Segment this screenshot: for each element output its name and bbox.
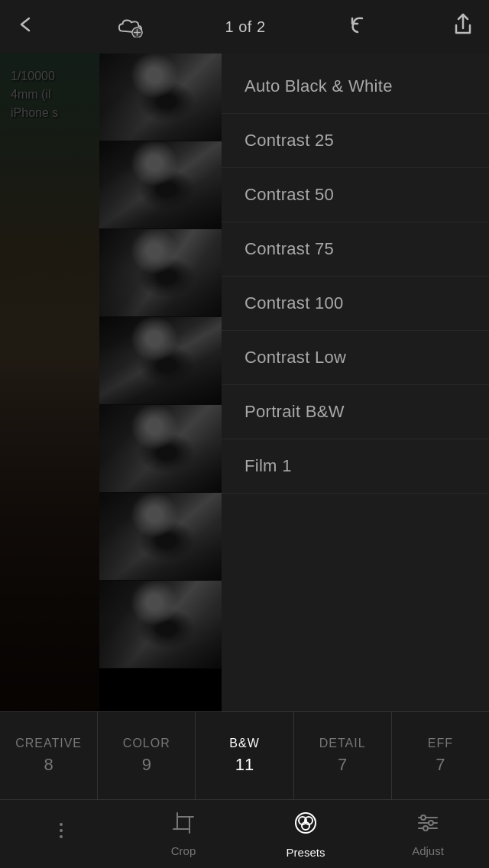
crop-button[interactable]: Crop <box>153 811 214 857</box>
tab-bw-label: B&W <box>229 737 259 750</box>
tab-color-count: 9 <box>142 755 151 775</box>
undo-button[interactable] <box>347 14 371 40</box>
preset-item-contrast-50[interactable]: Contrast 50 <box>222 168 489 222</box>
preset-item-auto-bw[interactable]: Auto Black & White <box>222 60 489 114</box>
image-counter: 1 of 2 <box>225 18 265 36</box>
tab-bw-count: 11 <box>235 755 254 775</box>
presets-button[interactable]: Presets <box>275 810 336 859</box>
preset-item-film-1[interactable]: Film 1 <box>222 439 489 494</box>
preset-item-contrast-75[interactable]: Contrast 75 <box>222 222 489 277</box>
tab-detail-count: 7 <box>338 755 347 775</box>
adjust-button[interactable]: Adjust <box>397 811 458 857</box>
tab-creative-count: 8 <box>44 755 53 775</box>
more-icon <box>60 823 63 841</box>
preset-item-contrast-low[interactable]: Contrast Low <box>222 331 489 385</box>
svg-point-17 <box>423 826 428 831</box>
svg-point-16 <box>429 821 433 825</box>
tab-color-label: COLOR <box>123 737 170 750</box>
crop-icon <box>172 811 195 840</box>
preset-item-portrait-bw[interactable]: Portrait B&W <box>222 385 489 439</box>
tab-effects-label: EFF <box>428 737 453 750</box>
back-button[interactable] <box>15 14 37 40</box>
share-button[interactable] <box>452 13 474 40</box>
bottom-toolbar: Crop Presets Adjust <box>0 799 489 868</box>
presets-label: Presets <box>287 846 325 859</box>
adjust-label: Adjust <box>412 844 444 857</box>
top-bar: 1 of 2 <box>0 0 489 53</box>
preset-item-contrast-25[interactable]: Contrast 25 <box>222 114 489 168</box>
presets-icon <box>293 810 319 841</box>
tab-detail[interactable]: DETAIL 7 <box>294 712 392 799</box>
preset-tabs: CREATIVE 8 COLOR 9 B&W 11 DETAIL 7 EFF 7 <box>0 711 489 799</box>
main-content: 1/10000 4mm (il iPhone s Auto Black & Wh… <box>0 53 489 711</box>
tab-creative[interactable]: CREATIVE 8 <box>0 712 98 799</box>
tab-bw[interactable]: B&W 11 <box>196 712 293 799</box>
svg-point-15 <box>421 815 426 820</box>
crop-label: Crop <box>171 844 196 857</box>
more-button[interactable] <box>31 823 92 846</box>
svg-rect-3 <box>177 817 189 829</box>
tab-creative-label: CREATIVE <box>15 737 82 750</box>
cloud-upload-icon[interactable] <box>118 16 144 37</box>
adjust-icon <box>416 811 440 840</box>
tab-effects[interactable]: EFF 7 <box>392 712 489 799</box>
preset-dropdown: Auto Black & White Contrast 25 Contrast … <box>222 53 489 711</box>
tab-detail-label: DETAIL <box>319 737 366 750</box>
tab-color[interactable]: COLOR 9 <box>98 712 196 799</box>
preset-item-contrast-100[interactable]: Contrast 100 <box>222 277 489 331</box>
tab-effects-count: 7 <box>436 755 445 775</box>
